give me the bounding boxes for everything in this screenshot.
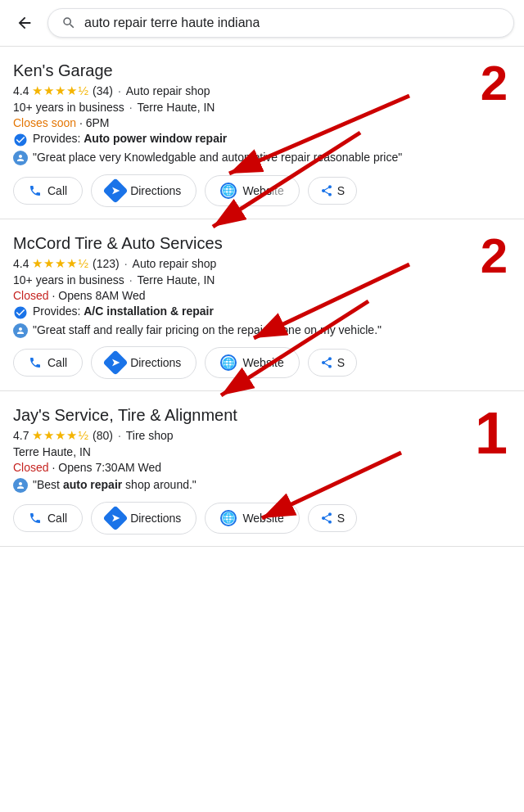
- search-icon: [61, 16, 76, 30]
- provides-service: Auto power window repair: [84, 132, 227, 145]
- star-icons: ★★★★½: [32, 256, 89, 271]
- directions-diamond-icon: ➤: [103, 178, 129, 203]
- call-button[interactable]: Call: [13, 177, 83, 205]
- rating-row: 4.4 ★★★★½ (34) · Auto repair shop: [13, 83, 511, 98]
- share-label: S: [337, 184, 345, 197]
- rating-value: 4.4: [13, 257, 29, 270]
- share-icon: [320, 356, 333, 369]
- actions-row: Call ➤ Directions 🌐 Website S: [13, 174, 511, 207]
- phone-icon: [29, 356, 42, 369]
- directions-button[interactable]: ➤ Directions: [91, 174, 196, 207]
- globe-icon: 🌐: [220, 183, 237, 199]
- review-row: "Great staff and really fair pricing on …: [13, 323, 511, 339]
- globe-icon: 🌐: [220, 354, 237, 371]
- category: Tire shop: [126, 429, 174, 442]
- search-bar[interactable]: auto repair terre haute indiana: [47, 8, 514, 38]
- status-time: · Opens 7:30AM Wed: [52, 461, 161, 474]
- business-name: McCord Tire & Auto Services: [13, 234, 511, 253]
- provides-row: Provides: A/C installation & repair: [13, 304, 511, 320]
- result-card-jays-service: Jay's Service, Tire & Alignment 4.7 ★★★★…: [0, 391, 524, 547]
- actions-row: Call ➤ Directions 🌐 Website S: [13, 346, 511, 379]
- review-text: "Best auto repair shop around.": [33, 477, 196, 494]
- reviewer-avatar: [13, 151, 28, 165]
- share-icon: [320, 512, 333, 525]
- years-location-row: 10+ years in business · Terre Haute, IN: [13, 101, 511, 114]
- globe-icon: 🌐: [220, 510, 237, 526]
- years-in-business: 10+ years in business: [13, 101, 124, 114]
- header: auto repair terre haute indiana: [0, 0, 524, 47]
- status-label: Closed: [13, 289, 49, 302]
- directions-label: Directions: [130, 184, 181, 197]
- reviewer-avatar: [13, 478, 28, 493]
- call-label: Call: [47, 184, 67, 197]
- status-row: Closed · Opens 7:30AM Wed: [13, 461, 511, 474]
- review-count: (34): [93, 84, 113, 97]
- share-label: S: [337, 356, 345, 369]
- status-label: Closed: [13, 461, 49, 474]
- search-query-text: auto repair terre haute indiana: [84, 16, 260, 30]
- directions-button[interactable]: ➤ Directions: [91, 502, 196, 535]
- status-label: Closes soon: [13, 116, 76, 129]
- person-icon: [16, 153, 25, 163]
- location: Terre Haute, IN: [13, 445, 91, 458]
- category: Auto repair shop: [133, 257, 217, 270]
- website-button[interactable]: 🌐 Website: [205, 503, 299, 534]
- provides-row: Provides: Auto power window repair: [13, 132, 511, 147]
- category: Auto repair shop: [126, 84, 210, 97]
- website-button[interactable]: 🌐 Website: [205, 175, 299, 206]
- verified-icon: [13, 305, 28, 320]
- status-time: · Opens 8AM Wed: [52, 289, 145, 302]
- directions-label: Directions: [130, 512, 181, 525]
- directions-label: Directions: [130, 356, 181, 369]
- share-button[interactable]: S: [308, 349, 357, 377]
- share-icon: [320, 184, 333, 197]
- person-icon: [16, 326, 25, 336]
- business-name: Ken's Garage: [13, 61, 511, 80]
- directions-diamond-icon: ➤: [103, 505, 129, 530]
- result-card-mccord-tire: McCord Tire & Auto Services 4.4 ★★★★½ (1…: [0, 219, 524, 392]
- review-text: "Great place very Knowledgable and autom…: [33, 150, 402, 166]
- review-count: (123): [93, 257, 120, 270]
- years-in-business: 10+ years in business: [13, 273, 124, 286]
- website-label: Website: [242, 356, 283, 369]
- back-arrow-icon: [16, 14, 34, 32]
- website-label: Website: [242, 184, 283, 197]
- website-button[interactable]: 🌐 Website: [205, 347, 299, 378]
- business-name: Jay's Service, Tire & Alignment: [13, 406, 511, 425]
- review-row: "Great place very Knowledgable and autom…: [13, 150, 511, 166]
- location: Terre Haute, IN: [137, 273, 215, 286]
- provides-service: A/C installation & repair: [84, 304, 214, 318]
- provides-text: Provides: Auto power window repair: [33, 132, 227, 145]
- call-button[interactable]: Call: [13, 349, 83, 377]
- share-button[interactable]: S: [308, 177, 357, 205]
- phone-icon: [29, 184, 42, 197]
- back-button[interactable]: [10, 8, 39, 38]
- location-row: Terre Haute, IN: [13, 445, 511, 458]
- star-icons: ★★★★½: [32, 83, 89, 98]
- review-text: "Great staff and really fair pricing on …: [33, 323, 382, 339]
- review-row: "Best auto repair shop around.": [13, 477, 511, 494]
- rating-value: 4.4: [13, 84, 29, 97]
- status-time: · 6PM: [79, 116, 110, 129]
- phone-icon: [29, 512, 42, 525]
- reviewer-avatar: [13, 323, 28, 338]
- status-row: Closed · Opens 8AM Wed: [13, 289, 511, 302]
- share-button[interactable]: S: [308, 504, 357, 532]
- status-row: Closes soon · 6PM: [13, 116, 511, 129]
- years-location-row: 10+ years in business · Terre Haute, IN: [13, 273, 511, 286]
- provides-text: Provides: A/C installation & repair: [33, 304, 214, 318]
- call-button[interactable]: Call: [13, 504, 83, 532]
- share-label: S: [337, 512, 345, 525]
- call-label: Call: [47, 512, 67, 525]
- rating-row: 4.4 ★★★★½ (123) · Auto repair shop: [13, 256, 511, 271]
- review-count: (80): [93, 429, 113, 442]
- actions-row: Call ➤ Directions 🌐 Website S: [13, 502, 511, 535]
- verified-icon: [13, 133, 28, 147]
- rating-value: 4.7: [13, 429, 29, 442]
- star-icons: ★★★★½: [32, 428, 89, 443]
- website-label: Website: [242, 512, 283, 525]
- call-label: Call: [47, 356, 67, 369]
- directions-diamond-icon: ➤: [103, 350, 129, 376]
- directions-button[interactable]: ➤ Directions: [91, 346, 196, 379]
- location: Terre Haute, IN: [137, 101, 215, 114]
